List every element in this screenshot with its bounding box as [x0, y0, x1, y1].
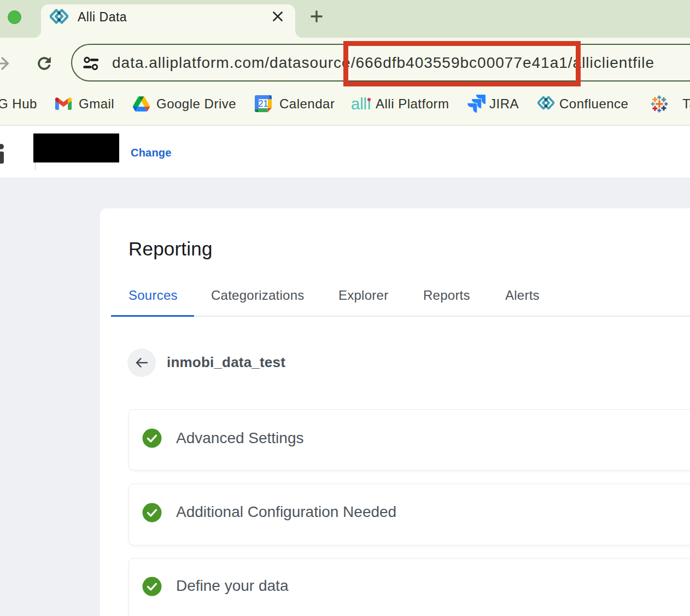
svg-text:21: 21	[259, 98, 268, 108]
